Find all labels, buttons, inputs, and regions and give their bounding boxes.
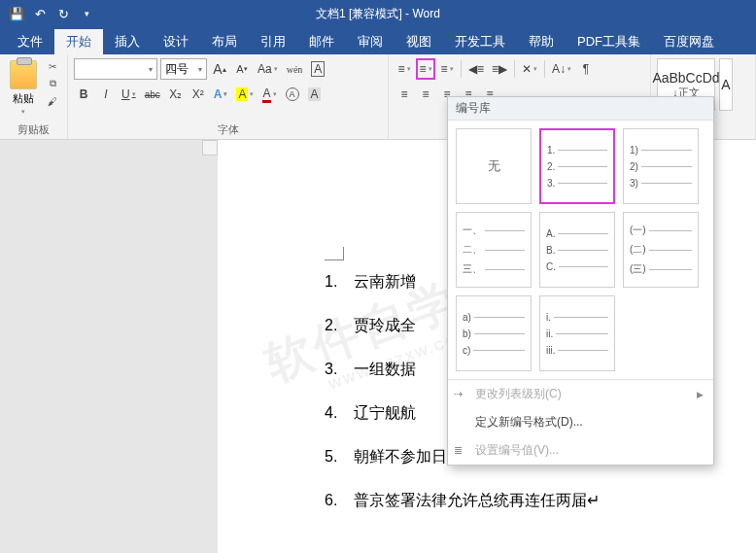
decrease-indent-button[interactable]: ◀≡: [465, 58, 487, 80]
change-case-button[interactable]: Aa: [255, 58, 281, 80]
font-size-combo[interactable]: 四号▾: [160, 58, 207, 80]
qat-customize-icon[interactable]: ▾: [76, 3, 97, 24]
redo-icon[interactable]: ↻: [52, 3, 74, 24]
tab-view[interactable]: 视图: [395, 29, 443, 54]
ruler-corner: [202, 140, 218, 156]
tab-mailings[interactable]: 邮件: [297, 29, 346, 54]
shrink-font-button[interactable]: A▾: [232, 58, 252, 80]
format-painter-icon[interactable]: 🖌: [44, 93, 61, 109]
grow-font-button[interactable]: A▴: [210, 58, 229, 80]
subscript-button[interactable]: X₂: [166, 84, 186, 105]
numbering-none[interactable]: 无: [456, 128, 532, 204]
tab-pdftools[interactable]: PDF工具集: [566, 29, 652, 54]
insertion-cursor: [325, 247, 344, 260]
set-value-icon: ≣: [454, 444, 463, 457]
tab-help[interactable]: 帮助: [517, 29, 566, 54]
strikethrough-button[interactable]: abc: [142, 84, 163, 105]
numbering-button[interactable]: ≡: [416, 58, 435, 80]
font-color-button[interactable]: A: [259, 84, 279, 105]
tab-home[interactable]: 开始: [54, 29, 103, 54]
font-name-combo[interactable]: ▾: [74, 58, 157, 80]
gallery-header: 编号库: [448, 97, 713, 121]
tab-baidu[interactable]: 百度网盘: [652, 29, 726, 54]
bold-button[interactable]: B: [74, 84, 93, 105]
bullets-button[interactable]: ≡: [395, 58, 414, 80]
list-level-icon: ⇢: [454, 388, 463, 400]
numbering-cjk-paren[interactable]: (一) (二) (三): [623, 212, 699, 288]
phonetic-guide-button[interactable]: wén: [284, 58, 306, 80]
char-shading-button[interactable]: A: [283, 84, 302, 105]
numbering-lower-alpha-paren[interactable]: a) b) c): [456, 295, 532, 371]
define-new-number-format[interactable]: 定义新编号格式(D)...: [448, 408, 713, 436]
font-group-label: 字体: [74, 121, 382, 137]
show-marks-button[interactable]: ¶: [576, 58, 596, 80]
numbering-cjk-enum[interactable]: 一、 二、 三、: [456, 212, 532, 288]
align-left-button[interactable]: ≡: [395, 84, 414, 105]
tab-design[interactable]: 设计: [152, 29, 200, 54]
increase-indent-button[interactable]: ≡▶: [489, 58, 510, 80]
italic-button[interactable]: I: [96, 84, 116, 105]
numbering-upper-alpha[interactable]: A. B. C.: [539, 212, 615, 288]
tab-layout[interactable]: 布局: [200, 29, 249, 54]
tab-developer[interactable]: 开发工具: [443, 29, 517, 54]
set-numbering-value: ≣ 设置编号值(V)...: [448, 436, 713, 465]
sort-button[interactable]: A↓: [549, 58, 574, 80]
window-title: 文档1 [兼容模式] - Word: [316, 6, 440, 22]
numbering-arabic-paren[interactable]: 1) 2) 3): [623, 128, 699, 204]
copy-icon[interactable]: ⧉: [44, 76, 61, 91]
multilevel-button[interactable]: ≡: [437, 58, 457, 80]
enclose-char-button[interactable]: A: [305, 84, 325, 105]
numbering-arabic-dot[interactable]: 1. 2. 3.: [539, 128, 615, 204]
align-center-button[interactable]: ≡: [416, 84, 435, 105]
clipboard-group-label: 剪贴板: [6, 121, 61, 137]
highlight-button[interactable]: A: [233, 84, 257, 105]
list-item[interactable]: 6.普京签署法律允许总统再连任两届↵: [325, 491, 727, 511]
underline-button[interactable]: U: [119, 84, 139, 105]
paste-button[interactable]: 粘贴 ▾: [6, 58, 40, 118]
asian-layout-button[interactable]: ✕: [519, 58, 540, 80]
style-next[interactable]: A: [719, 58, 733, 111]
ribbon-tabs: 文件 开始 插入 设计 布局 引用 邮件 审阅 视图 开发工具 帮助 PDF工具…: [0, 27, 756, 54]
numbering-gallery: 编号库 无 1. 2. 3. 1) 2) 3) 一、 二、 三、 A. B. C…: [447, 96, 714, 466]
tab-references[interactable]: 引用: [249, 29, 297, 54]
tab-file[interactable]: 文件: [6, 29, 54, 54]
tab-review[interactable]: 审阅: [346, 29, 395, 54]
char-border-button[interactable]: A: [308, 58, 327, 80]
undo-icon[interactable]: ↶: [29, 3, 51, 24]
paste-icon: [10, 60, 37, 89]
superscript-button[interactable]: X²: [189, 84, 208, 105]
numbering-roman-lower[interactable]: i. ii. iii.: [539, 295, 615, 371]
save-icon[interactable]: 💾: [6, 3, 27, 24]
change-list-level: ⇢ 更改列表级别(C) ▶: [448, 380, 713, 408]
cut-icon[interactable]: ✂: [44, 58, 61, 74]
tab-insert[interactable]: 插入: [103, 29, 152, 54]
text-effects-button[interactable]: A: [211, 84, 231, 105]
